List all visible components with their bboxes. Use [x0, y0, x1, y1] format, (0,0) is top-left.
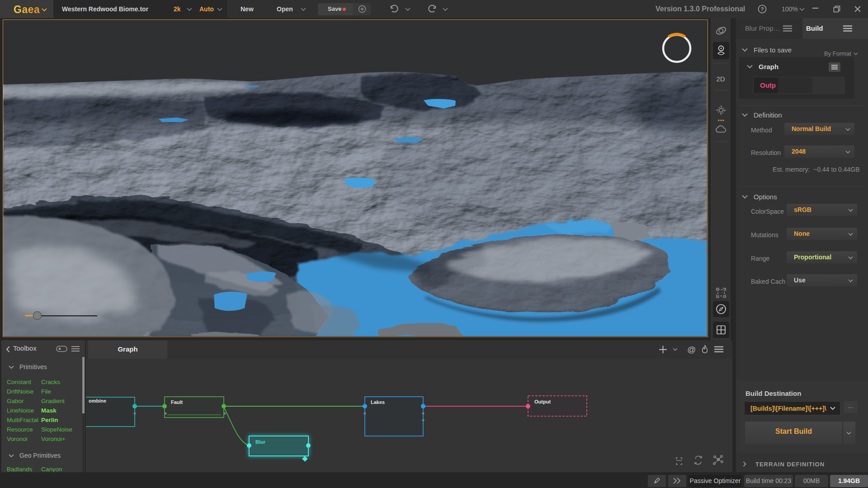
svg-text:?: ?: [761, 6, 764, 12]
svg-text:Lakes: Lakes: [371, 399, 385, 405]
svg-text:Fault: Fault: [171, 399, 183, 405]
svg-text:Output: Output: [534, 399, 551, 404]
svg-text:Blur: Blur: [255, 439, 266, 445]
svg-text:ombine: ombine: [89, 398, 106, 404]
